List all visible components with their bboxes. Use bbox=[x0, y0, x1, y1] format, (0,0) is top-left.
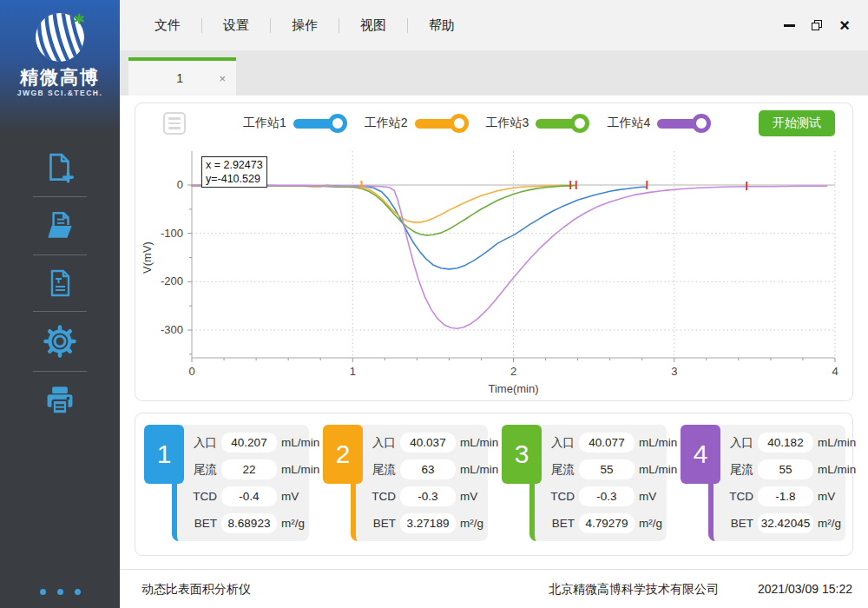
legend-label: 工作站3 bbox=[486, 116, 529, 131]
svg-text:Time(min): Time(min) bbox=[488, 382, 538, 395]
menu-file[interactable]: 文件 bbox=[139, 10, 196, 41]
inlet-flow-value[interactable]: 40.207 bbox=[221, 433, 277, 453]
row-unit: m²/g bbox=[818, 517, 841, 530]
station-number-badge: 1 bbox=[144, 425, 184, 484]
sidebar-more-button[interactable] bbox=[0, 589, 120, 595]
tab-close-icon[interactable]: × bbox=[219, 72, 236, 85]
open-file-button[interactable] bbox=[0, 197, 120, 254]
inlet-flow-value[interactable]: 40.077 bbox=[579, 433, 635, 453]
tcd-value[interactable]: -0.3 bbox=[400, 486, 456, 506]
row-unit: mL/min bbox=[460, 463, 498, 476]
station-row: 入口40.182mL/min bbox=[720, 433, 840, 453]
globe-logo-icon bbox=[33, 10, 87, 64]
row-unit: mL/min bbox=[639, 436, 677, 449]
close-icon: × bbox=[839, 17, 850, 34]
list-icon[interactable] bbox=[163, 112, 186, 135]
restore-icon bbox=[812, 20, 822, 30]
company-name: 北京精微高博科学技术有限公司 bbox=[549, 582, 719, 598]
inlet-flow-value[interactable]: 40.182 bbox=[758, 433, 813, 453]
tail-flow-value[interactable]: 55 bbox=[758, 459, 813, 479]
station-1-toggle[interactable] bbox=[293, 119, 344, 129]
new-file-button[interactable] bbox=[0, 139, 120, 196]
window-controls: × bbox=[779, 16, 854, 35]
row-unit: m²/g bbox=[281, 517, 305, 530]
minimize-button[interactable] bbox=[779, 16, 799, 35]
tab-label: 1 bbox=[128, 71, 219, 85]
station-row: BET32.42045m²/g bbox=[720, 513, 840, 533]
tab-1[interactable]: 1 × bbox=[128, 57, 236, 96]
station-row: BET8.68923m²/g bbox=[184, 513, 304, 533]
menu-settings[interactable]: 设置 bbox=[207, 10, 265, 41]
station-3-toggle[interactable] bbox=[536, 119, 586, 129]
legend-label: 工作站2 bbox=[365, 116, 408, 131]
station-row: 尾流22mL/min bbox=[184, 459, 304, 479]
tail-flow-value[interactable]: 22 bbox=[221, 459, 277, 479]
row-unit: m²/g bbox=[460, 517, 483, 530]
bet-value[interactable]: 3.27189 bbox=[400, 513, 456, 533]
station-row: 入口40.207mL/min bbox=[184, 433, 304, 453]
printer-icon bbox=[43, 384, 77, 419]
menu-view[interactable]: 视图 bbox=[345, 10, 402, 41]
menu-divider bbox=[201, 18, 202, 33]
svg-text:-200: -200 bbox=[161, 274, 183, 287]
bet-value[interactable]: 8.68923 bbox=[221, 513, 277, 533]
chart-legend: 工作站1 工作站2 工作站3 bbox=[135, 103, 852, 143]
station-card-2: 2 入口40.037mL/min 尾流63mL/min TCD-0.3mV BE… bbox=[323, 425, 495, 541]
instrument-name: 动态比表面积分析仪 bbox=[141, 582, 251, 598]
open-file-icon bbox=[43, 209, 76, 242]
row-unit: mV bbox=[639, 490, 656, 503]
toggle-knob bbox=[692, 114, 711, 133]
tcd-value[interactable]: -0.4 bbox=[221, 486, 277, 506]
row-label: BET bbox=[184, 517, 217, 530]
row-label: BET bbox=[720, 517, 753, 530]
tail-flow-value[interactable]: 55 bbox=[579, 459, 635, 479]
row-label: 尾流 bbox=[720, 462, 753, 478]
close-button[interactable]: × bbox=[835, 16, 854, 35]
legend-label: 工作站1 bbox=[243, 116, 286, 131]
row-label: 入口 bbox=[542, 435, 575, 451]
toggle-knob bbox=[450, 114, 469, 133]
tcd-value[interactable]: -0.3 bbox=[579, 486, 635, 506]
svg-text:-100: -100 bbox=[161, 227, 183, 240]
station-card-4: 4 入口40.182mL/min 尾流55mL/min TCD-1.8mV BE… bbox=[681, 425, 852, 541]
tab-strip: 1 × bbox=[120, 50, 868, 96]
row-label: 入口 bbox=[184, 435, 217, 451]
station-number-badge: 2 bbox=[323, 425, 363, 484]
legend-label: 工作站4 bbox=[607, 116, 650, 131]
legend-station-3: 工作站3 bbox=[486, 116, 587, 131]
row-label: TCD bbox=[542, 490, 575, 503]
svg-text:V(mV): V(mV) bbox=[141, 241, 154, 274]
station-row: TCD-0.3mV bbox=[542, 486, 661, 506]
svg-text:2: 2 bbox=[510, 365, 516, 378]
restore-button[interactable] bbox=[807, 16, 826, 35]
gear-icon bbox=[43, 324, 77, 359]
brand-logo-block: 精微高博 JWGB SCI.&TECH. bbox=[0, 0, 120, 132]
status-bar: 动态比表面积分析仪 北京精微高博科学技术有限公司 2021/03/09 15:2… bbox=[120, 569, 868, 608]
print-button[interactable] bbox=[0, 372, 120, 431]
bet-value[interactable]: 32.42045 bbox=[758, 513, 813, 533]
menu-divider bbox=[270, 18, 271, 33]
station-row: 尾流55mL/min bbox=[542, 459, 661, 479]
start-test-button[interactable]: 开始测试 bbox=[759, 110, 835, 136]
station-4-toggle[interactable] bbox=[657, 119, 707, 129]
stations-panel: 1 入口40.207mL/min 尾流22mL/min TCD-0.4mV BE… bbox=[135, 413, 853, 556]
row-unit: m²/g bbox=[639, 517, 662, 530]
row-label: TCD bbox=[184, 490, 217, 503]
menubar: 文件 设置 操作 视图 帮助 × bbox=[120, 0, 868, 51]
row-unit: mL/min bbox=[818, 436, 856, 449]
tail-flow-value[interactable]: 63 bbox=[400, 459, 456, 479]
inlet-flow-value[interactable]: 40.037 bbox=[400, 433, 456, 453]
row-label: BET bbox=[542, 517, 575, 530]
tooltip-x: x = 2.92473 bbox=[206, 158, 263, 172]
menu-operation[interactable]: 操作 bbox=[276, 10, 333, 41]
bet-value[interactable]: 4.79279 bbox=[579, 513, 635, 533]
legend-station-1: 工作站1 bbox=[243, 116, 344, 131]
menu-help[interactable]: 帮助 bbox=[413, 10, 470, 41]
settings-button[interactable] bbox=[0, 312, 120, 371]
tcd-value[interactable]: -1.8 bbox=[758, 486, 813, 506]
legend-station-2: 工作站2 bbox=[365, 116, 465, 131]
svg-text:-300: -300 bbox=[161, 323, 183, 336]
station-2-toggle[interactable] bbox=[415, 119, 465, 129]
report-button[interactable] bbox=[0, 255, 120, 311]
svg-text:0: 0 bbox=[177, 178, 183, 191]
